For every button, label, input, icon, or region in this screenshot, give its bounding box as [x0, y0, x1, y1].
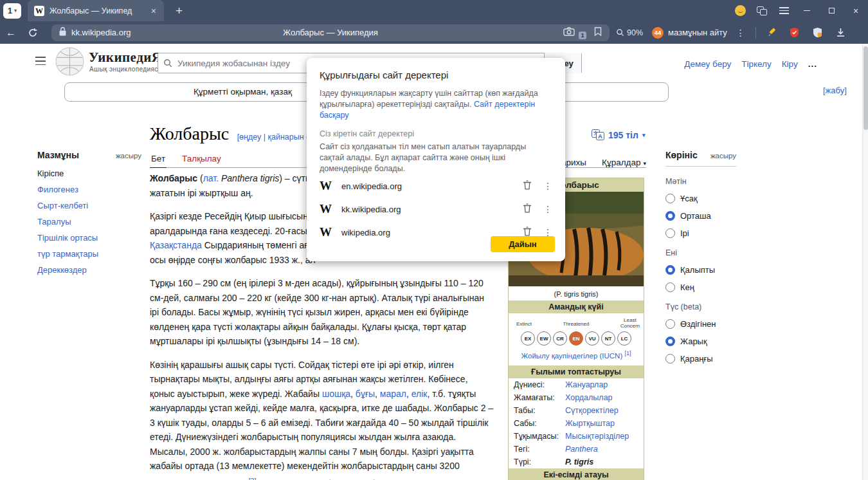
radio-text-standard[interactable]: Орташа [665, 211, 736, 221]
class-link[interactable]: Сүтқоректілер [565, 406, 619, 415]
toc-hide-button[interactable]: жасыру [116, 152, 141, 160]
radio-icon [665, 282, 675, 292]
radio-icon [665, 194, 675, 203]
tab-talk[interactable]: Талқылау [181, 154, 222, 167]
radio-color-dark[interactable]: Қараңғы [665, 354, 736, 364]
toc-item-distribution[interactable]: Таралуы [37, 217, 141, 226]
site-options-icon[interactable]: ⋮ [543, 181, 552, 191]
iucn-link[interactable]: Жойылу қаупіндегілер (IUCN) [521, 352, 623, 360]
tab-page[interactable]: Бет [150, 154, 167, 168]
tools-dropdown[interactable]: Құралдар▾ [602, 158, 646, 167]
wikipedia-site-icon: W [320, 202, 335, 216]
toc-item-subspecies[interactable]: түр тармақтары [37, 249, 141, 259]
more-options-button[interactable]: ... [808, 59, 817, 69]
radio-icon [665, 319, 675, 329]
scrollbar-thumb[interactable] [863, 46, 868, 130]
tax-label: Түрі: [514, 457, 565, 466]
security-shield-icon[interactable] [806, 21, 829, 44]
genus-link[interactable]: Panthera [565, 445, 598, 454]
minimize-button[interactable] [795, 0, 819, 21]
tab-close-icon[interactable]: × [150, 6, 158, 16]
deer-link[interactable]: бұғы [356, 389, 375, 399]
radio-icon [665, 228, 675, 238]
camera-icon[interactable] [563, 27, 575, 39]
delete-site-data-icon[interactable] [523, 180, 532, 192]
bookmark-icon[interactable] [594, 27, 602, 39]
radio-color-light[interactable]: Жарық [665, 337, 736, 346]
radio-text-small[interactable]: Ұсақ [665, 194, 736, 203]
login-link[interactable]: Кіру [782, 59, 798, 69]
gift-icon[interactable] [729, 0, 751, 21]
search-icon [163, 59, 172, 68]
text-size-label: Мәтін [665, 177, 736, 186]
reload-button[interactable] [22, 21, 44, 44]
lock-icon[interactable] [59, 27, 66, 39]
toc-item-habitat[interactable]: Тіршілік ортасы [37, 233, 141, 243]
binomial-header: Екі-есімді атауы [509, 468, 644, 480]
donate-link[interactable]: Демеу беру [684, 59, 731, 69]
kazakhstan-link[interactable]: Қазақстанда [150, 240, 202, 250]
image-caption: (P. tigris tigris) [509, 288, 644, 300]
page-scrollbar[interactable] [862, 44, 868, 480]
protect-shield-icon[interactable] [783, 21, 806, 44]
zoom-indicator[interactable]: 90% [616, 28, 643, 37]
tab-count: 1 [8, 6, 12, 15]
url-text[interactable]: kk.wikipedia.org [71, 28, 131, 37]
boar-link[interactable]: шошқа [322, 389, 350, 399]
status-vu: VU [585, 331, 599, 346]
download-icon[interactable] [829, 21, 853, 44]
family-link[interactable]: Мысықтәрізділер [565, 432, 629, 441]
dialog-section-label: Сіз кіретін сайт деректері [320, 129, 552, 138]
main-menu-icon[interactable] [35, 57, 46, 65]
wikipedia-logo[interactable] [55, 47, 84, 78]
lat-link[interactable]: лат. [203, 173, 219, 183]
table-of-contents: Мазмұны жасыру Кіріспе Филогенез Сырт-ке… [37, 150, 141, 281]
radio-text-large[interactable]: Ірі [665, 228, 736, 238]
read-aloud-label: мазмұнын айту [668, 28, 727, 37]
kingdom-link[interactable]: Жануарлар [565, 380, 608, 389]
toc-item-phylogenesis[interactable]: Филогенез [37, 185, 141, 194]
toolbar-divider [755, 27, 756, 39]
register-link[interactable]: Тіркелу [741, 59, 772, 69]
maral-link[interactable]: марал [380, 389, 406, 399]
toc-item-references[interactable]: Дереккөздер [37, 265, 141, 275]
site-row-en: W en.wikipedia.org ⋮ [320, 174, 552, 198]
language-count: 195 тіл [608, 130, 638, 140]
reference-3-link[interactable]: [3] [249, 477, 257, 480]
menu-icon[interactable] [773, 0, 795, 21]
browser-toolbar: ← kk.wikipedia.org Жолбарыс — Уикипедия … [0, 21, 868, 44]
paragraph-description: Тұрқы 160 – 290 см (ең ірілері 3 м-ден а… [150, 276, 494, 349]
toc-item-intro[interactable]: Кіріспе [37, 169, 141, 178]
toolbar-menu-icon[interactable]: ⋮ [730, 28, 752, 38]
phylum-link[interactable]: Хордалылар [565, 393, 613, 402]
radio-width-wide[interactable]: Кең [665, 282, 736, 292]
address-bar[interactable]: kk.wikipedia.org Жолбарыс — Уикипедия 1 [51, 24, 610, 41]
appearance-hide-button[interactable]: жасыру [710, 152, 736, 160]
appearance-panel: Көрініс жасыру Мәтін Ұсақ Орташа Ірі Ені… [665, 150, 736, 364]
status-ew: EW [537, 331, 551, 346]
browser-tab[interactable]: W Жолбарыс — Уикипед × [28, 0, 164, 21]
radio-icon [665, 354, 675, 364]
site-options-icon[interactable]: ⋮ [543, 204, 552, 214]
back-button[interactable]: ← [0, 21, 22, 44]
site-row-kk: W kk.wikipedia.org ⋮ [320, 198, 552, 221]
radio-width-standard[interactable]: Қалыпты [665, 265, 736, 275]
radio-color-auto[interactable]: Өздігінен [665, 319, 736, 329]
tab-panels-icon[interactable] [751, 0, 773, 21]
window-close-button[interactable]: × [844, 0, 868, 21]
delete-site-data-icon[interactable] [523, 203, 532, 216]
done-button[interactable]: Дайын [491, 236, 555, 252]
reference-1-link[interactable]: [1] [624, 350, 631, 356]
roe-deer-link[interactable]: елік [411, 389, 428, 399]
language-selector-button[interactable]: A 195 тіл ▾ [592, 129, 645, 140]
radio-checked-icon [665, 265, 675, 275]
tab-counter-button[interactable]: 1 ▾ [3, 3, 21, 19]
banner-close-link[interactable]: [жабу] [823, 86, 847, 95]
wikipedia-wordmark[interactable]: УикипедиЯ [89, 50, 162, 66]
toc-item-appearance[interactable]: Сырт-келбеті [37, 201, 141, 210]
new-tab-button[interactable]: + [172, 4, 186, 18]
edit-pencil-icon[interactable] [760, 21, 783, 44]
maximize-button[interactable] [819, 0, 844, 21]
read-aloud-button[interactable]: 44 мазмұнын айту [652, 27, 727, 39]
order-link[interactable]: Жыртқыштар [565, 419, 615, 428]
